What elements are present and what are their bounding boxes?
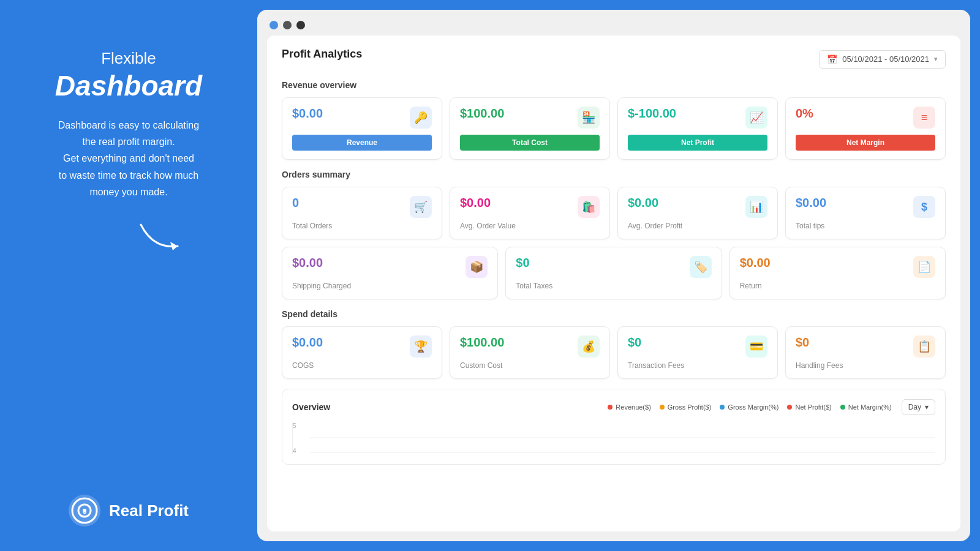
legend-revenue: Revenue($) [608, 403, 650, 411]
net-profit-value: $-100.00 [628, 107, 676, 121]
transaction-fees-value: $0 [628, 335, 641, 350]
shipping-charged-value: $0.00 [292, 256, 323, 270]
avg-order-value-card: $0.00 🛍️ Avg. Order Value [450, 187, 610, 239]
total-orders-value: 0 [292, 196, 299, 210]
avg-order-profit-value: $0.00 [628, 196, 658, 210]
transaction-fees-icon: 💳 [745, 335, 767, 358]
avg-order-profit-label: Avg. Order Profit [628, 222, 767, 230]
revenue-card: $0.00 🔑 Revenue [282, 97, 442, 160]
date-picker[interactable]: 📅 05/10/2021 - 05/10/2021 ▾ [819, 50, 946, 69]
arrow-icon [135, 219, 190, 255]
custom-cost-icon: 💰 [578, 335, 600, 358]
dot-dark2 [296, 21, 305, 29]
revenue-icon: 🔑 [410, 107, 432, 129]
total-cost-icon: 🏪 [578, 107, 600, 129]
total-tips-label: Total tips [796, 222, 935, 230]
return-card: $0.00 📄 Return [729, 247, 946, 299]
legend-dot-net-margin [840, 405, 845, 410]
custom-cost-card: $100.00 💰 Custom Cost [450, 326, 610, 379]
avg-order-value-label: Avg. Order Value [460, 222, 600, 230]
chevron-down-icon: ▾ [934, 55, 938, 63]
date-range-text: 05/10/2021 - 05/10/2021 [842, 54, 929, 64]
legend-gross-margin: Gross Margin(%) [720, 403, 778, 411]
net-margin-icon: ≡ [913, 107, 935, 129]
day-select-label: Day [908, 403, 921, 411]
legend-dot-net-profit [787, 405, 792, 410]
total-taxes-card: $0 🏷️ Total Taxes [505, 247, 722, 299]
total-taxes-icon: 🏷️ [690, 256, 712, 278]
custom-cost-value: $100.00 [460, 335, 504, 350]
orders-summary-label: Orders summary [282, 170, 946, 179]
cogs-icon: 🏆 [410, 335, 432, 358]
net-profit-card: $-100.00 📈 Net Profit [617, 97, 778, 160]
net-profit-icon: 📈 [745, 107, 767, 129]
net-margin-value: 0% [796, 107, 813, 121]
left-content: Flexible Dashboard Dashboard is easy to … [55, 49, 202, 255]
total-orders-label: Total Orders [292, 222, 432, 230]
orders-row1: 0 🛒 Total Orders $0.00 🛍️ Avg. Order Val… [282, 187, 946, 239]
handling-fees-value: $0 [796, 335, 809, 350]
legend-dot-gross-profit [660, 405, 665, 410]
legend-net-profit: Net Profit($) [787, 403, 831, 411]
brand-name: Real Profit [109, 501, 189, 520]
chart-header: Overview Revenue($) Gross Profit($) [292, 399, 935, 415]
legend-dot-gross-margin [720, 405, 725, 410]
transaction-fees-card: $0 💳 Transaction Fees [617, 326, 778, 379]
custom-cost-label: Custom Cost [460, 361, 600, 370]
net-margin-bar: Net Margin [796, 135, 935, 151]
total-taxes-value: $0 [516, 256, 529, 270]
chart-y-axis: 5 4 [293, 422, 296, 454]
dashboard-label: Dashboard [55, 69, 202, 102]
total-orders-card: 0 🛒 Total Orders [282, 187, 442, 239]
handling-fees-card: $0 📋 Handling Fees [785, 326, 946, 379]
avg-order-profit-card: $0.00 📊 Avg. Order Profit [617, 187, 778, 239]
page-title: Profit Analytics [282, 48, 362, 61]
description-text: Dashboard is easy to calculatingthe real… [55, 117, 202, 200]
calendar-icon: 📅 [827, 54, 837, 64]
orders-row2: $0.00 📦 Shipping Charged $0 🏷️ Total Tax… [282, 247, 946, 299]
total-cost-bar: Total Cost [460, 135, 600, 151]
main-content: Profit Analytics 📅 05/10/2021 - 05/10/20… [267, 36, 960, 531]
cogs-value: $0.00 [292, 335, 323, 350]
left-panel: Flexible Dashboard Dashboard is easy to … [0, 0, 257, 551]
flexible-label: Flexible [55, 49, 202, 68]
day-select[interactable]: Day ▾ [902, 399, 935, 415]
chart-legend: Revenue($) Gross Profit($) Gross Margin(… [608, 403, 891, 411]
shipping-charged-card: $0.00 📦 Shipping Charged [282, 247, 498, 299]
revenue-bar: Revenue [292, 135, 432, 151]
total-tips-value: $0.00 [796, 196, 826, 210]
shipping-charged-icon: 📦 [466, 256, 488, 278]
revenue-value: $0.00 [292, 107, 323, 121]
legend-gross-profit: Gross Profit($) [660, 403, 712, 411]
day-select-chevron: ▾ [925, 403, 929, 411]
avg-order-value-value: $0.00 [460, 196, 491, 210]
return-label: Return [740, 282, 935, 290]
window-chrome [257, 10, 970, 36]
handling-fees-label: Handling Fees [796, 361, 935, 370]
chart-title: Overview [292, 402, 330, 412]
brand: $ Real Profit [69, 495, 189, 527]
legend-net-margin: Net Margin(%) [840, 403, 892, 411]
chart-svg [310, 422, 935, 453]
net-margin-card: 0% ≡ Net Margin [785, 97, 946, 160]
spend-details-label: Spend details [282, 309, 946, 319]
total-cost-card: $100.00 🏪 Total Cost [450, 97, 610, 160]
transaction-fees-label: Transaction Fees [628, 361, 767, 370]
dot-dark [283, 21, 292, 29]
chart-canvas: 5 4 [292, 422, 935, 454]
total-tips-card: $0.00 $ Total tips [785, 187, 946, 239]
dot-blue [270, 21, 278, 29]
total-orders-icon: 🛒 [410, 196, 432, 218]
avg-order-profit-icon: 📊 [745, 196, 767, 218]
return-icon: 📄 [913, 256, 935, 278]
right-panel: Profit Analytics 📅 05/10/2021 - 05/10/20… [257, 10, 970, 541]
cogs-card: $0.00 🏆 COGS [282, 326, 442, 379]
chart-area: Overview Revenue($) Gross Profit($) [282, 389, 946, 465]
legend-dot-revenue [608, 405, 612, 410]
avg-order-value-icon: 🛍️ [578, 196, 600, 218]
handling-fees-icon: 📋 [913, 335, 935, 358]
revenue-overview-label: Revenue overview [282, 80, 946, 90]
arrow-area [55, 219, 202, 255]
svg-text:$: $ [83, 508, 86, 515]
spend-details-cards: $0.00 🏆 COGS $100.00 💰 Custom Cost $0 💳 … [282, 326, 946, 379]
